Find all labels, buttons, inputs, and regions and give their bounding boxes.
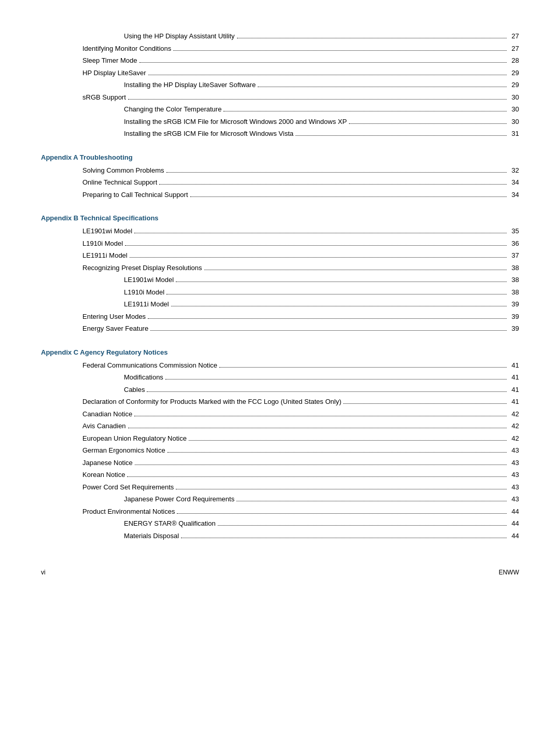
toc-page-num: 42 (509, 409, 519, 419)
toc-page-num: 41 (509, 397, 519, 407)
toc-page-num: 30 (509, 117, 519, 127)
toc-page-num: 29 (509, 68, 519, 78)
appendix-b-heading: Appendix B Technical Specifications (41, 214, 519, 222)
toc-page-num: 37 (509, 250, 519, 261)
toc-entry-text: German Ergonomics Notice (82, 445, 165, 456)
toc-dots (296, 135, 507, 136)
toc-page-num: 41 (509, 372, 519, 383)
toc-entry-text: Product Environmental Notices (82, 507, 175, 517)
toc-dots (134, 416, 507, 416)
toc-entry-solving-common: Solving Common Problems 32 (41, 165, 519, 176)
toc-page-num: 38 (509, 275, 519, 285)
toc-entry-text: sRGB Support (82, 92, 126, 103)
toc-entry-entering-user-modes: Entering User Modes 39 (41, 312, 519, 322)
footer-page-num: vi (41, 569, 46, 576)
toc-page-num: 36 (509, 238, 519, 249)
toc-entry-text: Installing the sRGB ICM File for Microso… (124, 117, 347, 127)
toc-dots (166, 172, 507, 173)
toc-entry-text: Japanese Notice (82, 458, 133, 468)
toc-entry-text: LE1911i Model (124, 299, 169, 310)
toc-page-num: 38 (509, 287, 519, 298)
toc-page-num: 42 (509, 433, 519, 444)
toc-entry-modifications: Modifications 41 (41, 372, 519, 383)
toc-entry-text: Federal Communications Commission Notice (82, 360, 217, 371)
toc-page-num: 43 (509, 458, 519, 468)
toc-entry-text: Online Technical Support (82, 177, 157, 188)
toc-entry-text: Preparing to Call Technical Support (82, 190, 188, 200)
toc-entry-text: LE1901wi Model (82, 226, 132, 236)
toc-entry-le1911i-2: LE1911i Model 39 (41, 299, 519, 310)
toc-entry-text: Modifications (124, 372, 163, 383)
toc-dots (236, 501, 507, 501)
toc-dots (343, 403, 507, 404)
toc-dots (173, 50, 507, 51)
toc-dots (128, 428, 507, 428)
toc-dots (148, 318, 507, 319)
toc-entry-materials-disposal: Materials Disposal 44 (41, 531, 519, 541)
toc-section-appendix-c: Appendix C Agency Regulatory Notices Fed… (41, 348, 519, 541)
toc-entry-le1911i: LE1911i Model 37 (41, 250, 519, 261)
toc-dots (150, 330, 507, 331)
toc-entry-declaration-conformity: Declaration of Conformity for Products M… (41, 397, 519, 407)
toc-dots (349, 123, 507, 124)
toc-dots (223, 111, 507, 111)
page-footer: vi ENWW (41, 569, 519, 576)
toc-entry-energy-star: ENERGY STAR® Qualification 44 (41, 518, 519, 529)
toc-entry-text: LE1901wi Model (124, 275, 174, 285)
toc-entry-japanese-notice: Japanese Notice 43 (41, 458, 519, 468)
toc-dots (258, 87, 507, 87)
toc-dots (181, 538, 507, 538)
toc-entry-text: European Union Regulatory Notice (82, 433, 187, 444)
toc-page-num: 27 (509, 31, 519, 41)
toc-dots (148, 75, 507, 75)
toc-entry-srgb-vista: Installing the sRGB ICM File for Microso… (41, 129, 519, 139)
toc-entry-installing-litesaver: Installing the HP Display LiteSaver Soft… (41, 80, 519, 90)
toc-page-num: 29 (509, 80, 519, 90)
toc-page-num: 43 (509, 445, 519, 456)
toc-dots (127, 476, 507, 477)
toc-page-num: 39 (509, 324, 519, 334)
toc-entry-text: Energy Saver Feature (82, 324, 148, 334)
toc-entry-jp-power-cord: Japanese Power Cord Requirements 43 (41, 494, 519, 504)
toc-entry-text: Cables (124, 385, 145, 395)
toc-page-num: 38 (509, 263, 519, 273)
toc-entry-text: LE1911i Model (82, 250, 128, 261)
toc-dots (134, 233, 507, 233)
toc-entry-text: Declaration of Conformity for Products M… (82, 397, 341, 407)
toc-entry-text: Installing the sRGB ICM File for Microso… (124, 129, 293, 139)
toc-page-num: 44 (509, 518, 519, 529)
toc-dots (147, 391, 507, 392)
toc-dots (237, 38, 507, 38)
toc-dots (125, 245, 507, 246)
toc-entry-eu-regulatory: European Union Regulatory Notice 42 (41, 433, 519, 444)
toc-entry-fcc-notice: Federal Communications Commission Notice… (41, 360, 519, 371)
toc-page-num: 27 (509, 44, 519, 54)
toc-page-num: 28 (509, 55, 519, 66)
toc-page-num: 44 (509, 507, 519, 517)
toc-entry-text: Power Cord Set Requirements (82, 482, 174, 493)
toc-entry-german-ergonomics: German Ergonomics Notice 43 (41, 445, 519, 456)
toc-entry-l1910i-2: L1910i Model 38 (41, 287, 519, 298)
toc-page-num: 43 (509, 482, 519, 493)
toc-dots (159, 184, 507, 185)
toc-entry-text: Japanese Power Cord Requirements (124, 494, 234, 504)
toc-entry-text: Korean Notice (82, 470, 125, 480)
toc-entry-text: Solving Common Problems (82, 165, 164, 176)
toc-entry-sleep-timer: Sleep Timer Mode 28 (41, 55, 519, 66)
toc-entry-avis-canadien: Avis Canadien 42 (41, 421, 519, 431)
toc-page-num: 34 (509, 177, 519, 188)
toc-entry-text: Sleep Timer Mode (82, 55, 137, 66)
toc-entry-text: ENERGY STAR® Qualification (124, 518, 216, 529)
toc-dots (218, 525, 507, 526)
toc-entry-hp-display-assistant: Using the HP Display Assistant Utility 2… (41, 31, 519, 41)
toc-entry-text: Materials Disposal (124, 531, 179, 541)
toc-dots (177, 513, 507, 514)
appendix-a-heading: Appendix A Troubleshooting (41, 153, 519, 161)
toc-page-num: 32 (509, 165, 519, 176)
toc-page-num: 44 (509, 531, 519, 541)
toc-entry-le1901wi: LE1901wi Model 35 (41, 226, 519, 236)
toc-entry-hp-litesaver: HP Display LiteSaver 29 (41, 68, 519, 78)
toc-dots (190, 196, 507, 197)
toc-entry-text: HP Display LiteSaver (82, 68, 146, 78)
toc-page-num: 39 (509, 299, 519, 310)
